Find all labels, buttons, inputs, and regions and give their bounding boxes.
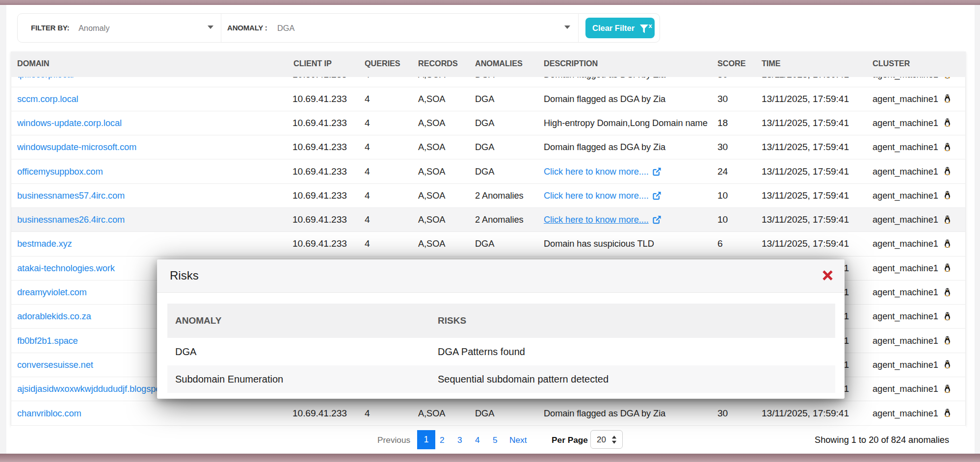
svg-text:x: x [648, 22, 652, 29]
